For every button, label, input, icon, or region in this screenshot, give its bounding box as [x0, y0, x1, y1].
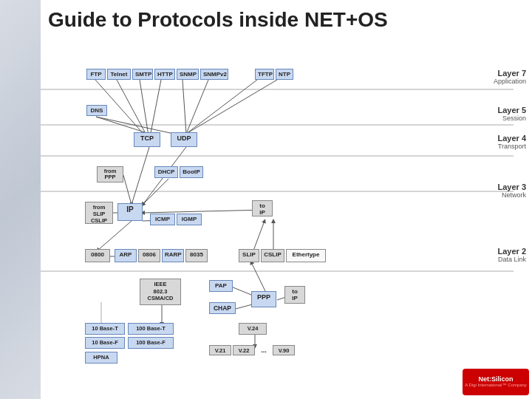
svg-line-12 — [186, 80, 277, 134]
svg-line-9 — [183, 80, 186, 134]
svg-line-6 — [117, 80, 149, 140]
rarp-box: RARP — [162, 249, 184, 262]
layer7-label: Layer 7 Application — [494, 69, 526, 85]
dhcp-box: DHCP — [154, 166, 178, 178]
svg-line-20 — [98, 221, 132, 250]
pap-box: PAP — [209, 280, 233, 292]
to-ip-top-box: toIP — [252, 200, 273, 216]
v90-box: V.90 — [273, 345, 295, 355]
v24-box: V.24 — [239, 323, 267, 335]
arp-box: ARP — [115, 249, 137, 262]
base100t-box: 100 Base-T — [128, 323, 174, 335]
main-container: Guide to Protocols inside NET+OS — [41, 0, 532, 399]
svg-line-14 — [96, 117, 174, 134]
tftp-box: TFTP — [255, 69, 274, 80]
bootp-box: BootP — [180, 166, 203, 178]
base10f-box: 10 Base-F — [85, 337, 125, 349]
layer2-label: Layer 2 Data Link — [497, 247, 526, 263]
layer3-label: Layer 3 Network — [497, 183, 526, 199]
base100f-box: 100 Base-F — [128, 337, 174, 349]
svg-line-29 — [251, 262, 266, 293]
svg-line-15 — [132, 147, 149, 205]
to-ip-ppp-box: toIP — [284, 286, 305, 304]
diagram-area: Layer 7 Application Layer 5 Session Laye… — [41, 36, 532, 398]
slip-box: SLIP — [239, 249, 259, 262]
svg-line-18 — [143, 179, 168, 205]
cslip-box: CSLIP — [261, 249, 284, 262]
hpna-box: HPNA — [85, 352, 117, 364]
ip-box: IP — [117, 203, 143, 221]
dots-box: ... — [256, 345, 271, 355]
v21-box: V.21 — [209, 345, 231, 355]
udp-box: UDP — [171, 132, 197, 147]
svg-line-8 — [149, 80, 161, 140]
svg-line-22 — [143, 210, 265, 213]
dns-box: DNS — [86, 105, 107, 116]
ftp-box: FTP — [86, 69, 106, 80]
netsilicon-tagline: A Digi International™ Company — [465, 383, 527, 388]
svg-line-10 — [186, 80, 208, 134]
layer4-label: Layer 4 Transport — [497, 134, 526, 150]
tcp-box: TCP — [134, 132, 160, 147]
igmp-box: IGMP — [177, 214, 202, 225]
svg-line-13 — [96, 117, 149, 134]
layer5-label: Layer 5 Session — [497, 106, 526, 122]
ntp-box: NTP — [276, 69, 293, 80]
bg-decoration — [0, 0, 41, 399]
from-ppp-box: fromPPP — [97, 166, 123, 183]
v22-box: V.22 — [233, 345, 255, 355]
ppp-box: PPP — [251, 291, 276, 307]
ieee8023-box: IEEE802.3CSMA/CD — [140, 279, 181, 305]
hex0806-box: 0806 — [138, 249, 160, 262]
icmp-box: ICMP — [150, 214, 175, 225]
from-cslip-box: fromSLIPCSLIP — [85, 202, 113, 224]
hex8035-box: 8035 — [185, 249, 208, 262]
ethertype-box: Ethertype — [286, 249, 326, 262]
svg-line-11 — [186, 80, 257, 134]
snmp-box: SNMP — [177, 69, 199, 80]
netsilicon-logo: Net:Silicon A Digi International™ Compan… — [463, 369, 529, 395]
telnet-box: Telnet — [107, 69, 131, 80]
page-title: Guide to Protocols inside NET+OS — [41, 0, 532, 36]
smtp-box: SMTP — [132, 69, 153, 80]
svg-line-17 — [123, 175, 132, 205]
snmpv2-box: SNMPv2 — [200, 69, 228, 80]
hex0800-box: 0800 — [85, 249, 110, 262]
netsilicon-brand: Net:Silicon — [478, 376, 513, 383]
chap-box: CHAP — [209, 302, 236, 314]
svg-line-7 — [140, 80, 149, 140]
base10t-box: 10 Base-T — [85, 323, 125, 335]
http-box: HTTP — [154, 69, 175, 80]
